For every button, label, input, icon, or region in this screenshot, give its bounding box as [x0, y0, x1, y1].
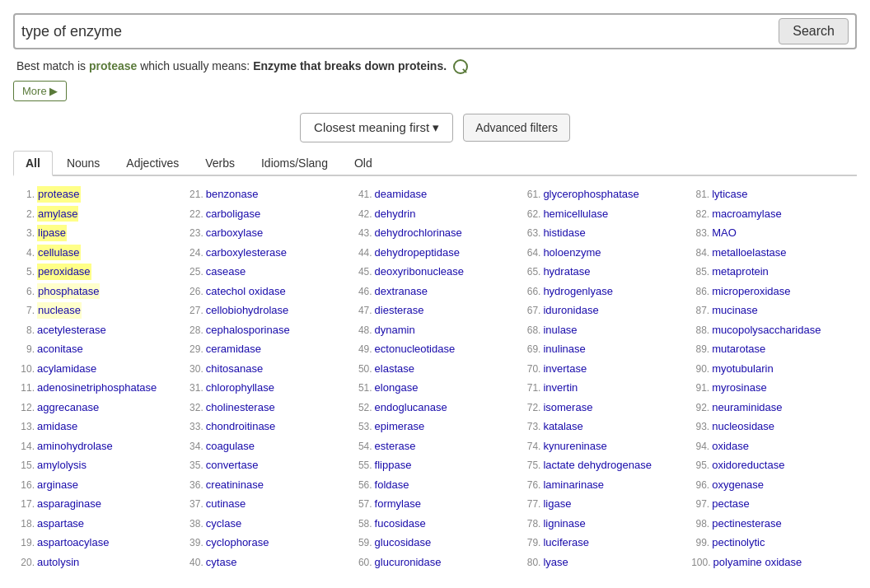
- search-input[interactable]: [21, 23, 779, 40]
- result-word[interactable]: metaprotein: [712, 264, 769, 280]
- result-word[interactable]: ligninase: [543, 516, 585, 532]
- result-word[interactable]: chondroitinase: [206, 418, 276, 435]
- result-word[interactable]: hydratase: [543, 264, 590, 280]
- magnify-icon[interactable]: [453, 59, 468, 74]
- result-word[interactable]: nuclease: [37, 302, 82, 319]
- tab-idioms-slang[interactable]: Idioms/Slang: [249, 151, 340, 175]
- sort-button[interactable]: Closest meaning first ▾: [300, 113, 453, 142]
- result-word[interactable]: asparaginase: [37, 496, 101, 512]
- result-word[interactable]: elastase: [375, 361, 414, 377]
- result-word[interactable]: glucosidase: [375, 534, 432, 551]
- more-button[interactable]: More ▶: [13, 81, 67, 101]
- result-word[interactable]: dextranase: [375, 283, 428, 300]
- result-word[interactable]: dynamin: [375, 322, 415, 338]
- result-word[interactable]: pectase: [712, 496, 750, 512]
- result-word[interactable]: diesterase: [375, 302, 424, 319]
- result-word[interactable]: chitosanase: [206, 361, 263, 377]
- result-word[interactable]: casease: [206, 264, 246, 280]
- tab-nouns[interactable]: Nouns: [54, 151, 112, 175]
- result-word[interactable]: epimerase: [375, 418, 425, 435]
- result-word[interactable]: arginase: [37, 477, 78, 493]
- result-word[interactable]: amylase: [37, 206, 78, 222]
- result-word[interactable]: microperoxidase: [712, 283, 790, 300]
- result-word[interactable]: dehydrochlorinase: [375, 225, 462, 241]
- result-word[interactable]: pectinolytic: [712, 534, 765, 551]
- result-word[interactable]: holoenzyme: [543, 245, 601, 261]
- result-word[interactable]: cephalosporinase: [206, 322, 290, 338]
- result-word[interactable]: hemicellulase: [543, 206, 608, 222]
- result-word[interactable]: aspartoacylase: [37, 534, 109, 551]
- result-word[interactable]: nucleosidase: [712, 418, 774, 435]
- result-word[interactable]: phosphatase: [37, 283, 100, 300]
- result-word[interactable]: benzonase: [206, 186, 259, 203]
- result-word[interactable]: elongase: [375, 380, 419, 396]
- result-word[interactable]: lactate dehydrogenase: [543, 457, 652, 474]
- result-word[interactable]: cyclophorase: [206, 534, 269, 551]
- result-word[interactable]: carboligase: [206, 206, 261, 222]
- result-word[interactable]: mucinase: [712, 302, 758, 319]
- result-word[interactable]: dehydropeptidase: [375, 245, 460, 261]
- tab-old[interactable]: Old: [342, 151, 385, 175]
- result-word[interactable]: adenosinetriphosphatase: [37, 380, 157, 396]
- result-word[interactable]: esterase: [375, 438, 416, 455]
- result-word[interactable]: myotubularin: [712, 361, 773, 377]
- result-word[interactable]: amylolysis: [37, 457, 87, 474]
- result-word[interactable]: cytase: [206, 554, 237, 571]
- result-word[interactable]: deamidase: [375, 186, 428, 203]
- result-word[interactable]: convertase: [206, 457, 259, 474]
- result-word[interactable]: laminarinase: [543, 477, 604, 493]
- result-word[interactable]: iduronidase: [543, 302, 598, 319]
- result-word[interactable]: ligase: [543, 496, 571, 512]
- result-word[interactable]: cyclase: [206, 516, 241, 532]
- result-word[interactable]: autolysin: [37, 554, 79, 571]
- result-word[interactable]: inulinase: [543, 341, 585, 357]
- result-word[interactable]: oxygenase: [712, 477, 764, 493]
- result-word[interactable]: katalase: [543, 418, 582, 435]
- result-word[interactable]: fucosidase: [375, 516, 426, 532]
- result-word[interactable]: glucuronidase: [375, 554, 442, 571]
- result-word[interactable]: aconitase: [37, 341, 83, 357]
- result-word[interactable]: carboxylesterase: [206, 245, 287, 261]
- result-word[interactable]: macroamylase: [712, 206, 782, 222]
- result-word[interactable]: ceramidase: [206, 341, 261, 357]
- result-word[interactable]: cutinase: [206, 496, 246, 512]
- result-word[interactable]: carboxylase: [206, 225, 263, 241]
- result-word[interactable]: amidase: [37, 418, 77, 435]
- result-word[interactable]: hydrogenlyase: [543, 283, 613, 300]
- result-word[interactable]: creatininase: [206, 477, 264, 493]
- result-word[interactable]: kynureninase: [543, 438, 606, 455]
- result-word[interactable]: invertase: [543, 361, 587, 377]
- result-word[interactable]: oxidase: [712, 438, 749, 455]
- tab-all[interactable]: All: [13, 151, 53, 176]
- result-word[interactable]: myrosinase: [712, 380, 766, 396]
- result-word[interactable]: aminohydrolase: [37, 438, 113, 455]
- result-word[interactable]: acylamidase: [37, 361, 96, 377]
- search-button[interactable]: Search: [779, 18, 849, 44]
- result-word[interactable]: dehydrin: [375, 206, 416, 222]
- result-word[interactable]: formylase: [375, 496, 421, 512]
- result-word[interactable]: catechol oxidase: [206, 283, 286, 300]
- result-word[interactable]: pectinesterase: [712, 516, 782, 532]
- result-word[interactable]: lyase: [543, 554, 568, 571]
- result-word[interactable]: mucopolysaccharidase: [712, 322, 821, 338]
- result-word[interactable]: coagulase: [206, 438, 255, 455]
- advanced-filters-button[interactable]: Advanced filters: [463, 114, 570, 142]
- result-word[interactable]: flippase: [375, 457, 412, 474]
- result-word[interactable]: deoxyribonuclease: [375, 264, 464, 280]
- result-word[interactable]: peroxidase: [37, 264, 91, 280]
- result-word[interactable]: histidase: [543, 225, 585, 241]
- result-word[interactable]: protease: [37, 186, 81, 203]
- result-word[interactable]: cellulase: [37, 245, 81, 261]
- result-word[interactable]: oxidoreductase: [712, 457, 784, 474]
- result-word[interactable]: MAO: [712, 225, 737, 241]
- result-word[interactable]: inulase: [543, 322, 577, 338]
- result-word[interactable]: aggrecanase: [37, 399, 99, 416]
- result-word[interactable]: isomerase: [543, 399, 592, 416]
- result-word[interactable]: invertin: [543, 380, 578, 396]
- result-word[interactable]: cholinesterase: [206, 399, 275, 416]
- result-word[interactable]: metalloelastase: [712, 245, 786, 261]
- result-word[interactable]: lipase: [37, 225, 67, 241]
- result-word[interactable]: cellobiohydrolase: [206, 302, 288, 319]
- result-word[interactable]: acetylesterase: [37, 322, 106, 338]
- result-word[interactable]: aspartase: [37, 516, 84, 532]
